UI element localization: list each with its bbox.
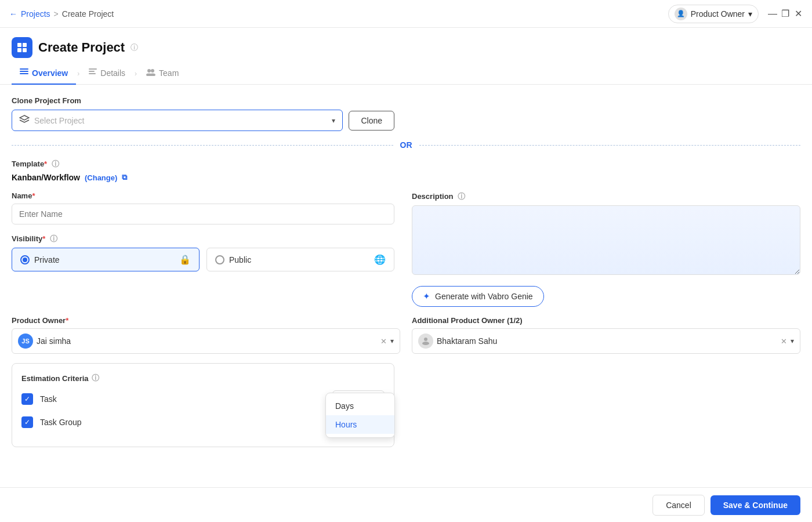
visibility-options: Private 🔒 Public 🌐 [12,248,394,271]
description-field-group: Description ⓘ [412,191,800,277]
svg-rect-7 [89,68,97,70]
svg-rect-0 [17,43,21,47]
lock-icon: 🔒 [179,254,191,265]
svg-point-14 [424,338,427,341]
visibility-info-icon[interactable]: ⓘ [50,234,57,243]
task-group-checkbox[interactable]: ✓ [21,416,33,428]
tab-team[interactable]: Team [138,63,187,85]
page-icon [12,37,32,58]
svg-rect-8 [89,71,95,72]
generate-btn-label: Generate with Vabro Genie [435,292,533,301]
estimation-title: Estimation Criteria ⓘ [21,373,385,383]
bottom-bar: Cancel Save & Continue [0,487,812,522]
or-text: OR [400,140,412,150]
task-label: Task [40,394,325,404]
topbar-right: 👤 Product Owner ▾ — ❐ ✕ [668,5,803,23]
product-owner-col: Product Owner* JS Jai simha ✕ ▾ [12,316,400,354]
tab-sep-1: › [77,70,79,78]
svg-point-10 [147,69,151,72]
tab-sep-2: › [135,70,137,78]
name-input[interactable] [12,204,394,224]
user-menu[interactable]: 👤 Product Owner ▾ [668,5,759,23]
tab-overview[interactable]: Overview [12,63,76,85]
or-divider: OR [12,140,800,150]
restore-button[interactable]: ❐ [781,9,790,19]
product-owner-name: Jai simha [37,336,376,346]
visibility-public-option[interactable]: Public 🌐 [206,248,394,271]
task-checkbox[interactable]: ✓ [21,393,33,405]
dropdown-hours-option[interactable]: Hours [326,415,394,434]
estimation-section: Estimation Criteria ⓘ ✓ Task Hours ▾ ✓ T… [12,363,394,447]
owners-row: Product Owner* JS Jai simha ✕ ▾ Addition… [12,316,800,354]
svg-point-15 [422,342,429,345]
tab-team-label: Team [159,68,179,78]
tabs-nav: Overview › Details › Team [0,63,812,85]
svg-rect-1 [23,43,27,47]
generate-genie-button[interactable]: ✦ Generate with Vabro Genie [412,286,544,307]
overview-tab-icon [20,68,28,78]
dropdown-days-option[interactable]: Days [326,397,394,415]
layer-icon [19,115,30,126]
page-title: Create Project [38,40,125,55]
left-column: Name* Visibility* ⓘ Private 🔒 [12,191,394,307]
back-arrow[interactable]: ← [9,9,17,19]
visibility-private-option[interactable]: Private 🔒 [12,248,200,271]
hours-dropdown-popup: Days Hours [325,393,395,438]
public-label: Public [229,255,369,264]
private-radio [20,255,30,264]
clone-section-label: Clone Project From [12,96,800,105]
projects-link[interactable]: Projects [21,9,50,19]
template-section: Template* ⓘ Kanban/Workflow (Change) ⧉ [12,159,800,182]
template-ext-icon[interactable]: ⧉ [122,173,127,182]
select-project-dropdown[interactable]: Select Project ▾ [12,110,343,131]
current-page-label: Create Project [62,9,114,19]
or-line-left [12,145,393,146]
additional-owner-label: Additional Product Owner (1/2) [412,316,800,325]
tab-details-label: Details [100,68,125,78]
magic-wand-icon: ✦ [423,291,430,302]
details-tab-icon [89,68,97,78]
private-label: Private [34,255,175,264]
estimation-info-icon[interactable]: ⓘ [92,373,99,383]
window-controls: — ❐ ✕ [768,9,803,19]
name-field-group: Name* [12,191,394,224]
description-info-icon[interactable]: ⓘ [458,192,465,201]
main-content: Clone Project From Select Project ▾ Clon… [0,85,812,516]
product-owner-select[interactable]: JS Jai simha ✕ ▾ [12,328,400,354]
tab-details[interactable]: Details [81,63,133,85]
remove-product-owner-button[interactable]: ✕ [380,337,387,346]
visibility-field-group: Visibility* ⓘ Private 🔒 Public 🌐 [12,234,394,271]
additional-owner-col: Additional Product Owner (1/2) Bhaktaram… [412,316,800,354]
additional-owner-select[interactable]: Bhaktaram Sahu ✕ ▾ [412,328,800,354]
minimize-button[interactable]: — [768,9,777,19]
template-change-link[interactable]: (Change) [85,173,117,182]
template-label: Template* ⓘ [12,159,800,169]
tab-overview-label: Overview [32,68,68,78]
product-owner-label: Product Owner* [12,316,400,325]
user-avatar-icon: 👤 [675,8,687,20]
template-info-icon[interactable]: ⓘ [52,160,59,168]
template-current-value: Kanban/Workflow [12,173,80,182]
clone-row: Select Project ▾ Clone [12,110,394,131]
breadcrumb: ← Projects > Create Project [9,9,114,19]
page-info-icon[interactable]: ⓘ [130,42,138,53]
save-continue-button[interactable]: Save & Continue [710,495,800,515]
template-value-row: Kanban/Workflow (Change) ⧉ [12,173,800,182]
additional-owner-chevron-icon: ▾ [791,337,794,345]
globe-icon: 🌐 [374,254,386,265]
additional-owner-avatar [418,334,433,349]
visibility-label: Visibility* ⓘ [12,234,394,244]
two-col-layout: Name* Visibility* ⓘ Private 🔒 [12,191,800,307]
close-button[interactable]: ✕ [793,9,803,19]
svg-rect-5 [20,71,28,72]
page-header: Create Project ⓘ [0,28,812,58]
remove-additional-owner-button[interactable]: ✕ [781,337,787,346]
cancel-button[interactable]: Cancel [652,495,705,516]
template-required: * [44,160,47,168]
or-line-right [419,145,801,146]
description-textarea[interactable] [412,205,800,275]
product-owner-chevron-icon: ▾ [390,337,394,345]
clone-button[interactable]: Clone [349,111,394,130]
public-radio [215,255,224,264]
user-label: Product Owner [691,9,745,19]
